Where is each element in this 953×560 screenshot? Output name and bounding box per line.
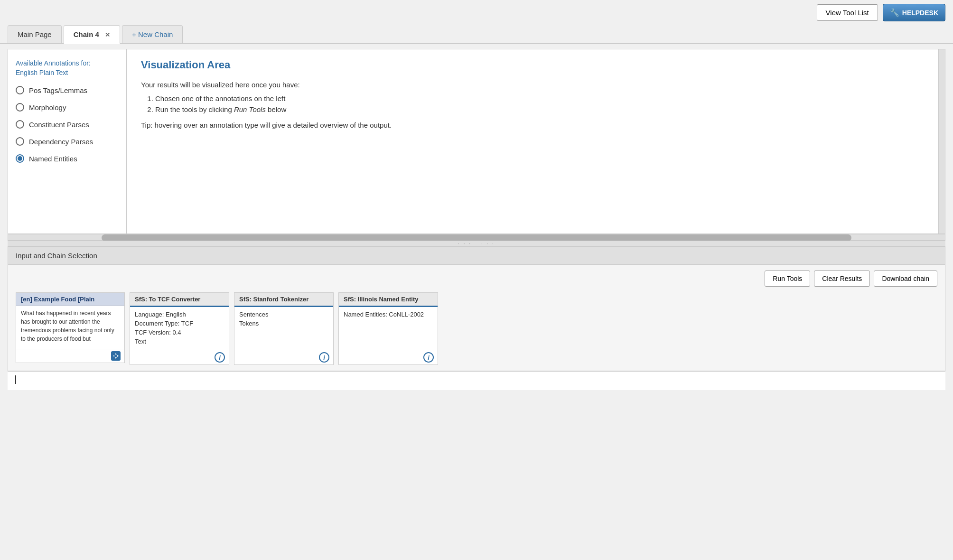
viz-step-1: Chosen one of the annotations on the lef… [155,94,924,103]
tabs-bar: Main Page Chain 4 ✕ + New Chain [0,25,953,44]
run-tools-italic: Run Tools [234,105,266,113]
viz-steps-list: Chosen one of the annotations on the lef… [155,94,924,113]
tab-new-chain[interactable]: + New Chain [122,25,183,43]
visualization-area: Visualization Area Your results will be … [127,49,938,233]
helpdesk-label: HELPDESK [902,9,938,17]
viz-description: Your results will be visualized here onc… [141,81,924,89]
tool-card-1-prop-3: Text [135,338,224,345]
tool-card-1-prop-1: Document Type: TCF [135,320,224,327]
top-bar: View Tool List 🔧 HELPDESK [0,0,953,25]
tool-card-1-prop-0: Language: English [135,311,224,318]
tab-chain-4-label: Chain 4 [74,30,99,38]
annotation-named-entities[interactable]: Named Entities [16,154,119,163]
radio-constituent-parses[interactable] [16,120,24,129]
tool-card-2-body: Sentences Tokens [234,307,333,350]
tab-main-page-label: Main Page [18,30,52,38]
bottom-input-area [8,371,945,390]
sidebar-title: Available Annotations for: English Plain… [16,59,119,77]
clear-results-button[interactable]: Clear Results [814,271,870,287]
helpdesk-icon: 🔧 [890,8,899,17]
viz-step-2: Run the tools by clicking Run Tools belo… [155,105,924,113]
tool-card-2-footer: i [234,350,333,364]
tool-card-2-header: SfS: Stanford Tokenizer [234,293,333,307]
viz-right-scrollbar[interactable] [938,49,945,233]
annotation-constituent-parses-label: Constituent Parses [29,121,89,129]
run-tools-button[interactable]: Run Tools [765,271,810,287]
resize-dots-left: · · · [458,241,472,246]
input-card-footer [16,349,124,363]
tool-card-3-footer: i [339,350,438,364]
tab-chain-4-close[interactable]: ✕ [105,31,110,38]
text-cursor [15,375,16,384]
tool-card-1-footer: i [130,350,229,364]
annotation-named-entities-label: Named Entities [29,155,77,163]
view-tool-list-button[interactable]: View Tool List [817,4,878,21]
annotation-dependency-parses[interactable]: Dependency Parses [16,137,119,146]
sidebar: Available Annotations for: English Plain… [8,49,127,233]
tab-new-chain-label: + New Chain [132,30,173,38]
chain-selection-section: Input and Chain Selection Run Tools Clea… [8,246,945,371]
annotation-pos-tags[interactable]: Pos Tags/Lemmas [16,86,119,94]
tool-card-1: SfS: To TCF Converter Language: English … [130,292,229,365]
tool-card-1-header: SfS: To TCF Converter [130,293,229,307]
tool-card-1-info-icon[interactable]: i [215,352,225,363]
input-card: [en] Example Food [Plain What has happen… [16,292,125,363]
resize-handle[interactable]: · · · · · · [8,241,945,246]
chain-cards-row: [en] Example Food [Plain What has happen… [16,292,937,365]
annotation-pos-tags-label: Pos Tags/Lemmas [29,86,87,94]
tool-card-1-prop-2: TCF Version: 0.4 [135,329,224,336]
chain-selection-header: Input and Chain Selection [8,247,945,265]
input-card-text: What has happened in recent years has br… [21,310,114,342]
tool-card-3-body: Named Entities: CoNLL-2002 [339,307,438,350]
tool-card-3-info-icon[interactable]: i [423,352,434,363]
tool-card-3-prop-0: Named Entities: CoNLL-2002 [344,311,433,318]
tab-main-page[interactable]: Main Page [8,25,62,43]
scroll-icon[interactable] [111,351,121,361]
radio-pos-tags[interactable] [16,86,24,94]
viz-tip: Tip: hovering over an annotation type wi… [141,121,924,129]
tool-card-2-info-icon[interactable]: i [319,352,329,363]
resize-dots-right: · · · [481,241,495,246]
annotation-morphology[interactable]: Morphology [16,103,119,112]
download-chain-button[interactable]: Download chain [874,271,937,287]
chain-selection-body: Run Tools Clear Results Download chain [… [8,265,945,371]
tool-card-2-prop-1: Tokens [239,320,328,327]
radio-morphology[interactable] [16,103,24,112]
annotation-constituent-parses[interactable]: Constituent Parses [16,120,119,129]
tool-card-3-header: SfS: Illinois Named Entity [339,293,438,307]
radio-named-entities[interactable] [16,154,24,163]
arrows-icon [112,353,119,359]
main-content: Available Annotations for: English Plain… [8,49,945,390]
tab-chain-4[interactable]: Chain 4 ✕ [64,25,120,44]
chain-toolbar: Run Tools Clear Results Download chain [16,271,937,287]
annotation-dependency-parses-label: Dependency Parses [29,138,93,146]
input-card-header: [en] Example Food [Plain [16,293,124,306]
input-card-body: What has happened in recent years has br… [16,306,124,349]
tool-card-2: SfS: Stanford Tokenizer Sentences Tokens… [234,292,334,365]
radio-dependency-parses[interactable] [16,137,24,146]
tool-card-3: SfS: Illinois Named Entity Named Entitie… [338,292,438,365]
upper-split: Available Annotations for: English Plain… [8,49,945,234]
tool-card-2-prop-0: Sentences [239,311,328,318]
annotation-morphology-label: Morphology [29,103,66,112]
helpdesk-button[interactable]: 🔧 HELPDESK [883,4,945,21]
tool-card-1-body: Language: English Document Type: TCF TCF… [130,307,229,350]
viz-title: Visualization Area [141,59,924,71]
